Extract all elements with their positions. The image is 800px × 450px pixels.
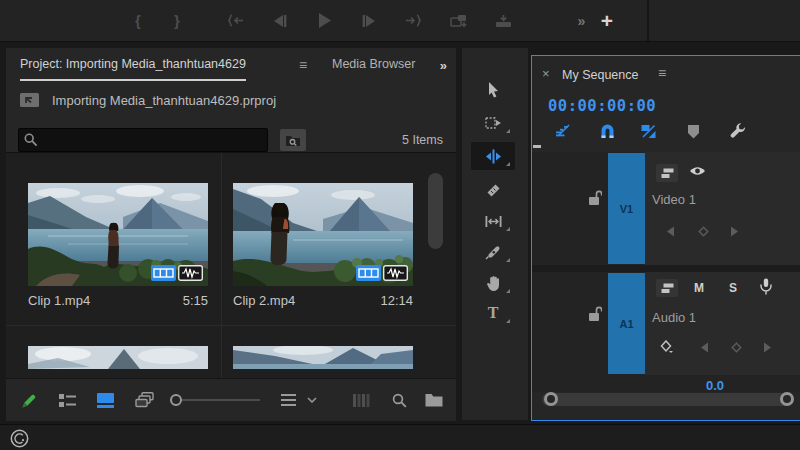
track-select-forward-tool[interactable] bbox=[471, 109, 515, 137]
preview-area-button[interactable] bbox=[350, 379, 372, 421]
selection-tool[interactable] bbox=[471, 76, 515, 104]
voiceover-record-button[interactable] bbox=[760, 278, 772, 295]
zoom-slider[interactable] bbox=[170, 395, 260, 405]
add-marker-button[interactable] bbox=[682, 120, 704, 142]
go-to-in-button[interactable] bbox=[226, 0, 244, 41]
video-next-keyframe-button[interactable] bbox=[730, 226, 739, 237]
insert-button[interactable] bbox=[449, 0, 469, 41]
video-track-name[interactable]: Video 1 bbox=[652, 192, 696, 207]
project-writable-button[interactable] bbox=[18, 379, 40, 421]
playhead-marker[interactable] bbox=[533, 145, 541, 148]
zoom-slider-track[interactable] bbox=[182, 399, 260, 401]
clip-3-thumbnail[interactable] bbox=[28, 346, 208, 369]
tab-project[interactable]: Project: Importing Media_thanhtuan4629 bbox=[20, 49, 246, 81]
timeline-settings-button[interactable] bbox=[726, 120, 748, 142]
toolbar-overflow-button[interactable]: » bbox=[572, 0, 590, 41]
video-output-toggle[interactable] bbox=[689, 165, 706, 177]
mark-out-button[interactable]: } bbox=[169, 0, 185, 41]
audio-badge-icon[interactable] bbox=[178, 265, 203, 281]
audio-solo-button[interactable]: S bbox=[729, 281, 737, 295]
hand-tool[interactable] bbox=[471, 269, 515, 297]
audio-lock-toggle[interactable] bbox=[588, 306, 602, 322]
panel-menu-icon: ≡ bbox=[658, 65, 666, 81]
find-button[interactable] bbox=[388, 379, 410, 421]
ripple-edit-tool[interactable] bbox=[471, 142, 515, 170]
razor-tool[interactable] bbox=[471, 176, 515, 204]
sort-dropdown-button[interactable] bbox=[304, 379, 320, 421]
audio-level-value[interactable]: 0.0 bbox=[706, 378, 724, 393]
wrench-icon bbox=[729, 123, 746, 140]
video-lock-toggle[interactable] bbox=[588, 190, 602, 206]
clip-2-thumbnail[interactable] bbox=[233, 183, 413, 286]
mark-in-button[interactable]: { bbox=[130, 0, 146, 41]
clip-2-label-row[interactable]: Clip 2.mp4 12:14 bbox=[233, 293, 413, 308]
play-button[interactable] bbox=[314, 0, 334, 41]
freeform-view-button[interactable] bbox=[132, 379, 156, 421]
video-source-patch[interactable]: V1 bbox=[608, 153, 645, 264]
clip-1-label-row[interactable]: Clip 1.mp4 5:15 bbox=[28, 293, 208, 308]
sort-button[interactable] bbox=[278, 379, 298, 421]
video-track-header: V1 Video 1 bbox=[532, 152, 800, 265]
playhead-timecode[interactable]: 00:00:00:00 bbox=[548, 97, 656, 115]
track-select-forward-icon bbox=[485, 116, 502, 130]
project-panel: Project: Importing Media_thanhtuan4629 ≡… bbox=[6, 48, 456, 420]
keyframe-type-button[interactable] bbox=[660, 340, 674, 354]
timeline-panel-menu-button[interactable]: ≡ bbox=[658, 64, 666, 82]
timeline-horizontal-scrollbar[interactable] bbox=[542, 393, 792, 406]
video-badge-icon[interactable] bbox=[151, 265, 176, 281]
add-panel-button[interactable]: + bbox=[597, 0, 617, 41]
slip-tool[interactable] bbox=[471, 207, 515, 235]
scrollbar-right-handle[interactable] bbox=[780, 392, 794, 406]
track-divider[interactable] bbox=[532, 265, 800, 272]
timeline-close-button[interactable]: × bbox=[542, 64, 550, 82]
audio-next-keyframe-button[interactable] bbox=[763, 342, 772, 353]
icon-view-button[interactable] bbox=[94, 379, 116, 421]
snap-toggle-button[interactable] bbox=[596, 120, 618, 142]
video-badge-icon[interactable] bbox=[356, 265, 381, 281]
play-icon bbox=[318, 13, 331, 28]
nest-toggle-button[interactable] bbox=[552, 120, 574, 142]
video-sync-lock-toggle[interactable] bbox=[656, 164, 678, 182]
list-view-button[interactable] bbox=[56, 379, 78, 421]
mark-out-icon: } bbox=[174, 12, 180, 29]
clip-1-name[interactable]: Clip 1.mp4 bbox=[28, 293, 90, 308]
premiere-window: { } » + Project: Importing Media_ bbox=[0, 0, 800, 450]
audio-mute-button[interactable]: M bbox=[694, 281, 704, 295]
video-prev-keyframe-button[interactable] bbox=[666, 226, 675, 237]
project-panel-menu-button[interactable]: ≡ bbox=[299, 56, 307, 74]
audio-source-patch[interactable]: A1 bbox=[608, 273, 645, 374]
creative-cloud-icon[interactable] bbox=[10, 429, 29, 448]
linked-selection-button[interactable] bbox=[637, 120, 659, 142]
clip-1-thumbnail[interactable] bbox=[28, 183, 208, 286]
freeform-view-icon bbox=[135, 392, 154, 408]
pen-tool[interactable] bbox=[471, 238, 515, 266]
audio-sync-lock-toggle[interactable] bbox=[656, 279, 678, 297]
scrollbar-left-handle[interactable] bbox=[544, 392, 558, 406]
search-bins-button[interactable] bbox=[280, 129, 306, 151]
zoom-slider-knob[interactable] bbox=[170, 394, 182, 406]
tab-media-browser[interactable]: Media Browser bbox=[332, 48, 428, 80]
search-input[interactable] bbox=[18, 128, 268, 152]
step-back-button[interactable] bbox=[270, 0, 288, 41]
audio-track-name[interactable]: Audio 1 bbox=[652, 310, 696, 325]
video-add-keyframe-button[interactable] bbox=[698, 226, 709, 237]
project-tabbar: Project: Importing Media_thanhtuan4629 ≡… bbox=[6, 48, 456, 80]
go-to-out-button[interactable] bbox=[404, 0, 422, 41]
project-file-name[interactable]: Importing Media_thanhtuan4629.prproj bbox=[52, 93, 276, 108]
clip-4-thumbnail[interactable] bbox=[233, 346, 413, 369]
pencil-icon bbox=[21, 392, 38, 409]
clip-2-name[interactable]: Clip 2.mp4 bbox=[233, 293, 295, 308]
overwrite-button[interactable] bbox=[493, 0, 513, 41]
audio-badge-icon[interactable] bbox=[383, 265, 408, 281]
audio-add-keyframe-button[interactable] bbox=[731, 342, 742, 353]
linked-selection-icon bbox=[641, 124, 656, 139]
type-tool[interactable]: T bbox=[471, 299, 515, 327]
tab-overflow-button[interactable]: » bbox=[440, 56, 446, 74]
bin-scrollbar[interactable] bbox=[428, 173, 443, 249]
audio-prev-keyframe-button[interactable] bbox=[700, 342, 709, 353]
step-forward-button[interactable] bbox=[360, 0, 378, 41]
grid-divider bbox=[221, 153, 222, 379]
new-bin-button[interactable] bbox=[422, 379, 446, 421]
tab-my-sequence[interactable]: My Sequence bbox=[562, 65, 638, 83]
status-bar bbox=[0, 424, 800, 450]
